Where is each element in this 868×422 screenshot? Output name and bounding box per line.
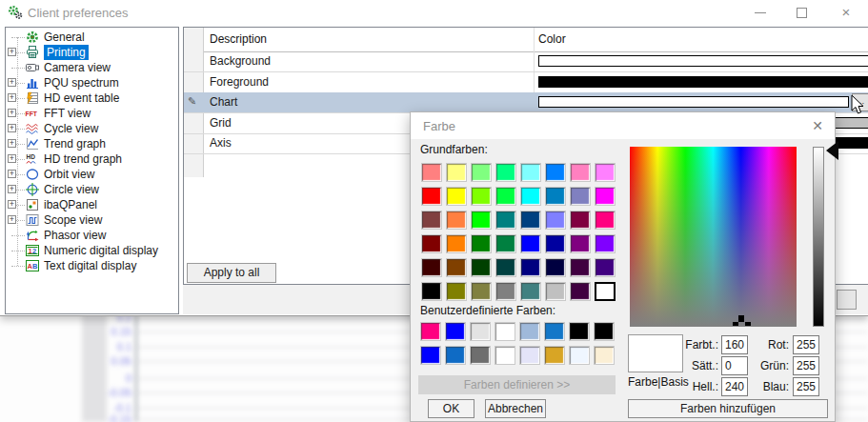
color-swatch[interactable]	[446, 234, 467, 253]
color-swatch[interactable]	[420, 322, 441, 341]
table-row-background[interactable]: Background	[184, 51, 868, 72]
color-swatch[interactable]	[495, 211, 516, 230]
color-swatch[interactable]	[470, 322, 491, 341]
color-swatch[interactable]	[570, 282, 591, 301]
tree-item-printing[interactable]: +Printing	[6, 45, 178, 60]
color-swatch[interactable]	[545, 282, 566, 301]
close-button[interactable]: ×	[830, 0, 862, 25]
color-swatch[interactable]	[595, 211, 616, 230]
color-swatch[interactable]	[445, 346, 466, 365]
expand-plus-icon[interactable]: +	[8, 78, 16, 87]
tree-item-trend-graph[interactable]: +Trend graph	[6, 136, 178, 151]
color-swatch[interactable]	[471, 234, 492, 253]
color-swatch[interactable]	[446, 282, 467, 301]
hue-saturation-field[interactable]	[630, 147, 797, 327]
color-swatch[interactable]	[446, 163, 467, 182]
apply-to-all-views-button[interactable]: Apply to all views	[187, 263, 276, 283]
table-row-foreground[interactable]: Foreground	[184, 72, 868, 93]
color-swatch[interactable]	[545, 163, 566, 182]
luminance-slider[interactable]	[813, 147, 824, 327]
color-swatch[interactable]	[520, 211, 541, 230]
tree-item-orbit-view[interactable]: +Orbit view	[6, 167, 178, 182]
define-colors-button[interactable]: Farben definieren >>	[418, 375, 616, 394]
color-swatch[interactable]	[420, 346, 441, 365]
color-swatch[interactable]	[544, 346, 565, 365]
row-color-swatch[interactable]	[538, 96, 849, 108]
row-color-swatch[interactable]	[538, 55, 868, 67]
color-swatch[interactable]	[519, 346, 540, 365]
tree-item-pqu-spectrum[interactable]: +PQU spectrum	[6, 75, 178, 90]
add-colors-button[interactable]: Farben hinzufügen	[628, 399, 828, 418]
color-swatch[interactable]	[445, 322, 466, 341]
color-swatch[interactable]	[569, 346, 590, 365]
color-swatch[interactable]	[495, 234, 516, 253]
tree-item-hd-trend-graph[interactable]: +HDHD trend graph	[6, 151, 178, 167]
color-swatch[interactable]	[595, 234, 616, 253]
color-swatch[interactable]	[421, 211, 442, 230]
red-field[interactable]: 255	[793, 335, 819, 354]
color-swatch[interactable]	[594, 322, 615, 341]
color-swatch[interactable]	[544, 322, 565, 341]
expand-plus-icon[interactable]: +	[8, 109, 16, 117]
expand-plus-icon[interactable]: +	[8, 215, 16, 224]
tree-item-camera-view[interactable]: Camera view	[6, 60, 178, 75]
color-swatch[interactable]	[495, 187, 516, 206]
partially-hidden-button[interactable]	[837, 290, 857, 310]
color-swatch[interactable]	[570, 211, 591, 230]
color-swatch[interactable]	[446, 187, 467, 206]
tree-item-hd-event-table[interactable]: +HD event table	[6, 90, 178, 106]
color-swatch[interactable]	[520, 282, 541, 301]
color-swatch[interactable]	[495, 258, 516, 277]
color-swatch[interactable]	[471, 282, 492, 301]
tree-item-cycle-view[interactable]: +Cycle view	[6, 121, 178, 136]
color-swatch[interactable]	[421, 187, 442, 206]
table-row-chart[interactable]: ✎Chart…	[184, 92, 868, 113]
color-swatch[interactable]	[570, 163, 591, 182]
expand-plus-icon[interactable]: +	[8, 93, 16, 102]
color-swatch[interactable]	[421, 234, 442, 253]
color-swatch[interactable]	[519, 322, 540, 341]
color-swatch[interactable]	[421, 282, 442, 301]
color-swatch[interactable]	[495, 322, 515, 341]
tree-item-ibaqpanel[interactable]: +ibaQPanel	[6, 197, 178, 212]
color-swatch[interactable]	[594, 346, 615, 365]
color-swatch[interactable]	[446, 258, 467, 277]
color-swatch[interactable]	[570, 187, 591, 206]
color-swatch[interactable]	[570, 234, 591, 253]
color-swatch[interactable]	[595, 163, 616, 182]
expand-plus-icon[interactable]: +	[8, 139, 16, 148]
color-swatch[interactable]	[520, 187, 541, 206]
expand-plus-icon[interactable]: +	[8, 154, 16, 163]
tree-item-phasor-view[interactable]: Phasor view	[6, 228, 178, 243]
color-swatch[interactable]	[545, 187, 566, 206]
tree-item-general[interactable]: General	[6, 30, 178, 45]
color-swatch[interactable]	[520, 163, 541, 182]
ok-button[interactable]: OK	[428, 399, 474, 418]
color-swatch[interactable]	[545, 234, 566, 253]
color-swatch[interactable]	[520, 234, 541, 253]
blue-field[interactable]: 255	[793, 377, 819, 396]
color-swatch[interactable]	[446, 211, 467, 230]
tree-item-scope-view[interactable]: +Scope view	[6, 212, 178, 228]
color-swatch[interactable]	[471, 258, 492, 277]
color-swatch[interactable]	[495, 282, 516, 301]
expand-plus-icon[interactable]: +	[8, 170, 16, 178]
color-swatch[interactable]	[471, 211, 492, 230]
color-swatch[interactable]	[470, 346, 491, 365]
expand-plus-icon[interactable]: +	[8, 200, 16, 209]
expand-plus-icon[interactable]: +	[8, 124, 16, 132]
expand-plus-icon[interactable]: +	[8, 185, 16, 193]
color-swatch[interactable]	[421, 163, 442, 182]
cancel-button[interactable]: Abbrechen	[485, 399, 546, 418]
minimize-button[interactable]	[744, 0, 777, 25]
color-swatch[interactable]	[595, 258, 616, 277]
color-swatch[interactable]	[471, 187, 492, 206]
color-swatch[interactable]	[471, 163, 492, 182]
color-swatch[interactable]	[545, 211, 566, 230]
color-swatch[interactable]	[570, 258, 591, 277]
color-swatch[interactable]	[495, 163, 516, 182]
color-swatch[interactable]	[495, 346, 515, 365]
color-swatch[interactable]	[569, 322, 590, 341]
color-swatch[interactable]	[520, 258, 541, 277]
color-swatch[interactable]	[595, 187, 616, 206]
